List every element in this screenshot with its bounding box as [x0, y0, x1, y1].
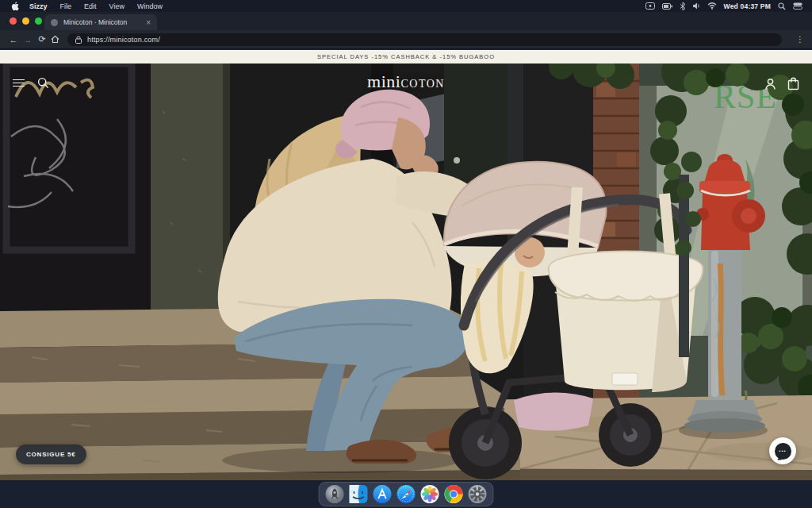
announcement-banner: SPECIAL DAYS -15% CASHBACK & -15% BUGABO…	[0, 50, 812, 64]
menu-app-name[interactable]: Sizzy	[29, 2, 48, 10]
home-button[interactable]	[51, 35, 59, 44]
account-icon[interactable]	[764, 78, 776, 90]
safari-icon[interactable]	[396, 484, 416, 504]
chat-bubble-icon: •••	[775, 443, 791, 460]
menu-file[interactable]: File	[60, 2, 72, 10]
forward-button[interactable]: →	[21, 35, 35, 44]
search-icon[interactable]	[37, 77, 49, 89]
url-text: https://minicoton.com/	[87, 36, 160, 44]
menu-bar: Sizzy File Edit View Window Wed 04:37 PM	[0, 0, 812, 12]
site-header: miniCOTON	[0, 71, 812, 100]
finder-icon[interactable]	[349, 484, 369, 504]
battery-icon[interactable]	[662, 3, 672, 10]
menu-edit[interactable]: Edit	[84, 2, 97, 10]
menu-window[interactable]: Window	[137, 2, 163, 10]
desktop-strip	[0, 480, 812, 508]
lock-icon[interactable]	[75, 36, 82, 44]
logo-text-primary: mini	[367, 71, 400, 91]
bluetooth-icon[interactable]	[680, 2, 686, 10]
menu-clock[interactable]: Wed 04:37 PM	[724, 2, 771, 10]
volume-icon[interactable]	[693, 2, 700, 10]
system-settings-icon[interactable]	[468, 484, 488, 504]
minimize-window-button[interactable]	[22, 17, 29, 25]
zoom-window-button[interactable]	[35, 17, 42, 25]
tab-close-icon[interactable]: ×	[146, 18, 151, 27]
menu-status-area: Wed 04:37 PM	[645, 2, 802, 10]
menu-view[interactable]: View	[109, 2, 124, 10]
screen: Sizzy File Edit View Window Wed 04:37 PM…	[0, 0, 812, 508]
tab-title: Minicoton · Minicoton	[63, 18, 143, 26]
cart-bag-icon[interactable]	[787, 77, 799, 90]
menu-hamburger-icon[interactable]	[13, 79, 25, 87]
reward-button[interactable]: CONSIGUE 5€	[16, 444, 86, 464]
app-store-icon[interactable]	[373, 484, 393, 504]
hero-section: RSE	[0, 64, 812, 480]
site-logo[interactable]: miniCOTON	[0, 71, 812, 92]
control-center-icon[interactable]	[793, 2, 802, 10]
reload-button[interactable]: ⟳	[35, 34, 49, 44]
logo-text-secondary: COTON	[400, 78, 444, 90]
browser-tab[interactable]: Minicoton · Minicoton ×	[44, 14, 157, 30]
wifi-icon[interactable]	[707, 2, 717, 10]
close-window-button[interactable]	[10, 17, 17, 25]
hero-photo: RSE	[0, 64, 812, 480]
display-icon[interactable]	[645, 2, 655, 10]
window-controls	[10, 17, 42, 25]
chat-widget-button[interactable]: •••	[769, 437, 796, 464]
announcement-text: SPECIAL DAYS -15% CASHBACK & -15% BUGABO…	[317, 53, 495, 60]
apple-logo-icon[interactable]	[11, 2, 20, 10]
spotlight-search-icon[interactable]	[778, 2, 786, 10]
browser-toolbar: ← → ⟳ https://minicoton.com/ ⋮	[0, 30, 812, 49]
browser-menu-icon[interactable]: ⋮	[796, 35, 804, 44]
tab-strip: Minicoton · Minicoton ×	[0, 12, 812, 30]
back-button[interactable]: ←	[6, 35, 21, 44]
dock	[319, 482, 494, 506]
chat-dots: •••	[779, 448, 786, 453]
tab-favicon	[51, 19, 58, 26]
photos-icon[interactable]	[420, 484, 440, 504]
chrome-icon[interactable]	[444, 484, 464, 504]
launchpad-icon[interactable]	[325, 484, 345, 504]
address-bar[interactable]: https://minicoton.com/	[67, 33, 782, 46]
